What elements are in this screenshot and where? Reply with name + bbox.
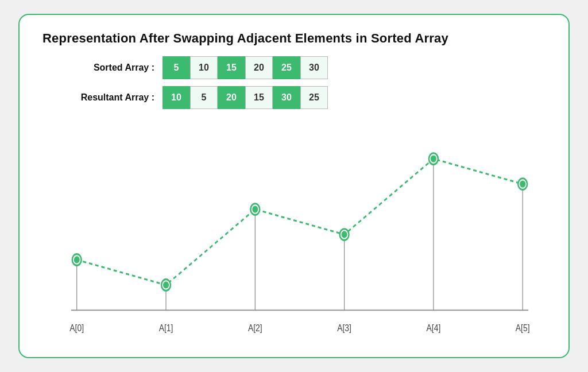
sorted-array-cells: 51015202530 <box>163 56 328 79</box>
resultant-cell: 20 <box>218 86 245 109</box>
resultant-cell: 30 <box>273 86 300 109</box>
svg-text:A[1]: A[1] <box>159 323 173 334</box>
svg-text:A[3]: A[3] <box>337 323 351 334</box>
chart-area: A[0]A[1]A[2]A[3]A[4]A[5] <box>42 119 546 346</box>
resultant-cell: 10 <box>163 86 190 109</box>
resultant-array-row: Resultant Array : 10520153025 <box>54 86 546 109</box>
sorted-array-row: Sorted Array : 51015202530 <box>54 56 546 79</box>
arrays-section: Sorted Array : 51015202530 Resultant Arr… <box>54 56 546 109</box>
sorted-cell: 5 <box>163 56 190 79</box>
sorted-cell: 25 <box>273 56 300 79</box>
page-title: Representation After Swapping Adjacent E… <box>42 31 546 46</box>
resultant-cell: 15 <box>245 86 273 109</box>
resultant-array-cells: 10520153025 <box>163 86 328 109</box>
svg-point-16 <box>431 155 436 162</box>
svg-point-18 <box>520 180 525 187</box>
sorted-cell: 10 <box>190 56 218 79</box>
sorted-cell: 30 <box>300 56 328 79</box>
sorted-cell: 15 <box>218 56 245 79</box>
svg-point-10 <box>163 281 169 288</box>
resultant-cell: 5 <box>190 86 218 109</box>
main-card: Representation After Swapping Adjacent E… <box>18 14 570 358</box>
resultant-array-label: Resultant Array : <box>54 92 154 103</box>
svg-text:A[4]: A[4] <box>427 323 441 334</box>
svg-point-8 <box>74 256 80 263</box>
chart-svg: A[0]A[1]A[2]A[3]A[4]A[5] <box>42 119 546 346</box>
sorted-cell: 20 <box>245 56 273 79</box>
svg-text:A[5]: A[5] <box>516 323 530 334</box>
sorted-array-label: Sorted Array : <box>54 63 154 73</box>
svg-point-14 <box>342 231 347 238</box>
svg-text:A[2]: A[2] <box>248 323 262 334</box>
resultant-cell: 25 <box>300 86 328 109</box>
svg-point-12 <box>252 206 258 212</box>
svg-text:A[0]: A[0] <box>69 323 84 334</box>
